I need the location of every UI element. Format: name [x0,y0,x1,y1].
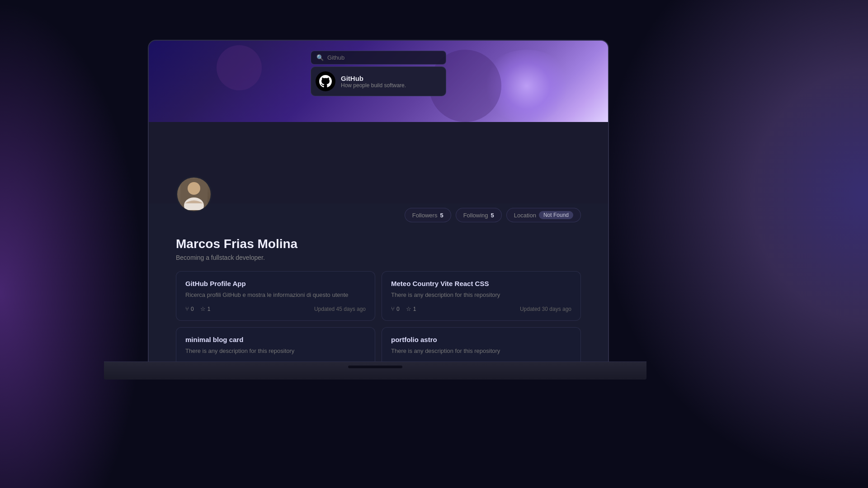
laptop-notch [348,366,402,368]
repo-updated-1: Updated 30 days ago [520,306,571,312]
laptop-screen: 🔍 Github GitHub How people build softwar… [148,40,609,365]
repo-desc-0: Ricerca profili GitHub e mostra le infor… [185,291,366,299]
repo-card-1[interactable]: Meteo Country Vite React CSS There is an… [382,271,581,321]
repo-desc-2: There is any description for this reposi… [185,347,366,355]
star-icon-0: ☆ [200,305,206,312]
avatar-placeholder [177,178,211,211]
search-area: 🔍 Github GitHub How people build softwar… [311,51,446,96]
github-subtitle: How people build software. [341,82,406,89]
github-name: GitHub [341,75,406,82]
location-label: Location [514,212,536,219]
avatar [176,176,212,212]
repo-updated-0: Updated 45 days ago [314,306,366,312]
fork-icon-0: ⑂ [185,305,189,312]
repo-desc-1: There is any description for this reposi… [391,291,571,299]
bg-left [0,0,145,488]
followers-pill[interactable]: Followers 5 [405,208,451,222]
profile-banner: 🔍 Github GitHub How people build softwar… [149,41,608,122]
bg-right [597,0,868,488]
repo-name-2: minimal blog card [185,336,366,343]
search-dropdown[interactable]: GitHub How people build software. [311,66,446,96]
repo-card-0[interactable]: GitHub Profile App Ricerca profili GitHu… [176,271,375,321]
location-pill[interactable]: Location Not Found [506,208,581,222]
repo-grid: GitHub Profile App Ricerca profili GitHu… [176,271,581,365]
following-label: Following [463,212,488,219]
search-input[interactable]: Github [327,54,440,61]
repo-forks-1: ⑂ 0 [391,305,400,312]
repo-meta-1: ⑂ 0 ☆ 1 Updated 30 days ago [391,305,571,312]
user-name: Marcos Frias Molina [176,237,581,251]
repo-forks-0: ⑂ 0 [185,305,194,312]
repo-stars-0: ☆ 1 [200,305,211,312]
repo-meta-0: ⑂ 0 ☆ 1 Updated 45 days ago [185,305,366,312]
github-info: GitHub How people build software. [341,75,406,89]
search-bar-container: 🔍 Github [311,51,446,65]
followers-label: Followers [412,212,438,219]
user-info: Marcos Frias Molina Becoming a fullstack… [176,237,581,261]
laptop-base [104,361,646,380]
repo-name-1: Meteo Country Vite React CSS [391,280,571,287]
repo-desc-3: There is any description for this reposi… [391,347,571,355]
repo-name-0: GitHub Profile App [185,280,366,287]
user-bio: Becoming a fullstack developer. [176,254,581,261]
github-octocat-icon [319,75,332,88]
svg-point-1 [188,182,200,195]
repo-card-2[interactable]: minimal blog card There is any descripti… [176,327,375,365]
search-icon: 🔍 [316,54,324,61]
following-pill[interactable]: Following 5 [456,208,502,222]
star-icon-1: ☆ [406,305,411,312]
github-logo [316,71,335,91]
following-value: 5 [491,212,494,219]
main-content: Followers 5 Following 5 Location Not Fou… [149,203,608,365]
location-value: Not Found [539,211,573,219]
repo-name-3: portfolio astro [391,336,571,343]
stats-row: Followers 5 Following 5 Location Not Fou… [176,203,581,222]
repo-card-3[interactable]: portfolio astro There is any description… [382,327,581,365]
fork-icon-1: ⑂ [391,305,395,312]
repo-stars-1: ☆ 1 [406,305,416,312]
followers-value: 5 [440,212,443,219]
avatar-image [180,178,208,210]
